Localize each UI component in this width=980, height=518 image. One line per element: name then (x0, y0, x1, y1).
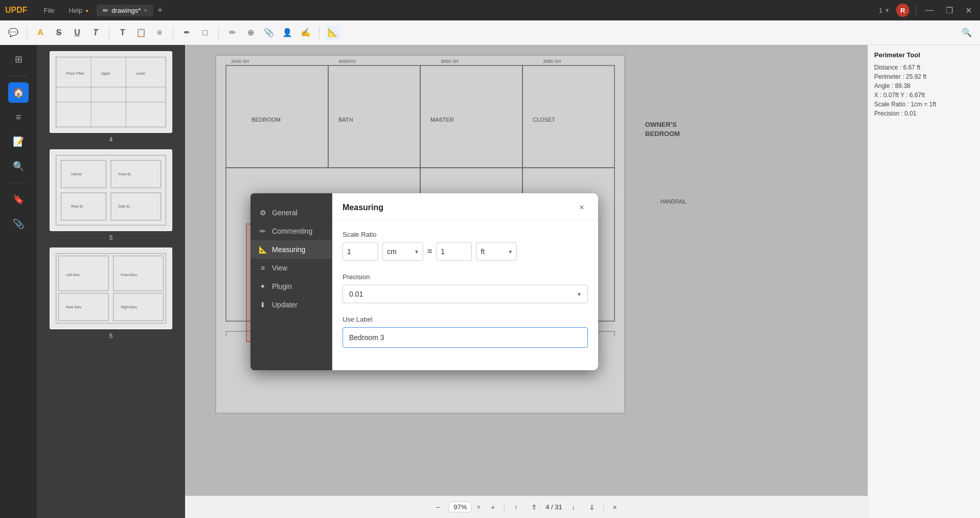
tab-drawings-label: drawings* (111, 7, 141, 14)
scale-ratio-group: Scale Ratio cm mm in ft = (343, 231, 588, 261)
settings-nav-plugin[interactable]: ✦ Plugin (250, 277, 332, 296)
text-callout-icon[interactable]: 📋 (134, 26, 148, 40)
search-icon[interactable]: 🔍 (960, 26, 974, 40)
minimize-button[interactable]: — (922, 6, 937, 15)
svg-text:4050/X0: 4050/X0 (338, 59, 356, 64)
sidebar-paperclip-icon[interactable]: 📎 (8, 214, 29, 234)
nav-up-button[interactable]: ↑ (509, 500, 523, 514)
left-sidebar: ⊞ 🏠 ≡ 📝 🔍 🔖 📎 (0, 45, 37, 518)
thumbnail-5[interactable]: Interior Front El. Rear El. Side El. 5 (43, 149, 179, 241)
thumbnail-6[interactable]: Left Elev. Front Elev. Rear Elev. Right … (43, 247, 179, 340)
thumbnail-4[interactable]: Floor Plan Upper Lower 4 (43, 51, 179, 143)
use-label-input[interactable] (343, 327, 588, 348)
sidebar-thumbnail-icon[interactable]: ⊞ (8, 49, 29, 70)
page-number-display: 1 ▼ (879, 7, 890, 14)
scale-left-unit-wrapper: cm mm in ft (382, 242, 423, 261)
maximize-button[interactable]: ❐ (943, 6, 956, 15)
zoom-arrow[interactable]: ▼ (475, 504, 482, 511)
nav-bottom-button[interactable]: ⇓ (585, 500, 599, 514)
sidebar-search-icon[interactable]: 🔍 (8, 156, 29, 176)
svg-text:Side El.: Side El. (119, 205, 131, 208)
svg-text:3050 SH: 3050 SH (441, 59, 459, 64)
svg-text:Floor Plan: Floor Plan (66, 71, 84, 76)
precision-select[interactable]: 0.01 0.1 1 10 (343, 285, 588, 303)
nav-top-button[interactable]: ⇑ (527, 500, 541, 514)
svg-text:BEDROOM: BEDROOM (252, 117, 281, 123)
scale-left-input[interactable] (343, 242, 378, 261)
tab-file[interactable]: File (38, 5, 61, 16)
measure-icon[interactable]: 📐 (326, 26, 340, 40)
settings-nav-updater-label: Updater (272, 301, 298, 309)
text-align-icon[interactable]: ≡ (152, 26, 167, 40)
svg-text:Front Elev.: Front Elev. (121, 273, 138, 277)
svg-text:Front El.: Front El. (119, 172, 132, 176)
distance-row: Distance : 6.67 ft (874, 64, 974, 71)
scale-ratio-row: cm mm in ft = ft m cm (343, 242, 588, 261)
settings-nav-commenting[interactable]: ✏ Commenting (250, 222, 332, 240)
avatar[interactable]: R (896, 4, 909, 17)
svg-text:Right Elev.: Right Elev. (121, 305, 138, 309)
svg-text:3050 SH: 3050 SH (543, 59, 561, 64)
svg-rect-19 (51, 249, 171, 328)
scale-left-unit-select[interactable]: cm mm in ft (382, 242, 423, 261)
stamp-icon[interactable]: ⊕ (243, 26, 258, 40)
scale-ratio-row: Scale Ratio : 1cm = 1ft (874, 101, 974, 108)
coordinates-row: X : 0.07ft Y : 6.67ft (874, 92, 974, 99)
zoom-in-button[interactable]: + (486, 500, 500, 514)
app-logo: UPDF (5, 6, 28, 15)
measuring-icon: 📐 (259, 245, 267, 254)
zoom-out-button[interactable]: − (430, 500, 445, 514)
attach-icon[interactable]: 📎 (262, 26, 276, 40)
underline-icon[interactable]: U (70, 26, 84, 40)
drawing-tool-icon[interactable]: ✏ (225, 26, 239, 40)
sidebar-bookmark-icon[interactable]: 🔖 (8, 189, 29, 210)
comment-icon[interactable]: 💬 (6, 26, 20, 40)
settings-modal: ⚙ General ✏ Commenting 📐 Measuring ≡ Vie… (250, 193, 598, 370)
viewer-close-button[interactable]: × (608, 500, 622, 514)
sign-icon[interactable]: ✍ (299, 26, 313, 40)
user-icon[interactable]: 👤 (280, 26, 294, 40)
dialog-close-button[interactable]: × (576, 201, 588, 214)
text-icon[interactable]: T (88, 26, 103, 40)
thumb-img-4[interactable]: Floor Plan Upper Lower (50, 51, 172, 133)
tab-add-button[interactable]: + (157, 5, 163, 16)
settings-nav-measuring[interactable]: 📐 Measuring (250, 240, 332, 259)
sidebar-annotation-icon[interactable]: 📝 (8, 131, 29, 152)
settings-nav-updater[interactable]: ⬇ Updater (250, 296, 332, 314)
text-box-icon[interactable]: T (116, 26, 130, 40)
eraser-icon[interactable]: ✒ (179, 26, 194, 40)
precision-row: Precision : 0.01 (874, 110, 974, 117)
window-close-button[interactable]: ✕ (962, 6, 975, 15)
scale-right-unit-select[interactable]: ft m cm in (476, 242, 517, 261)
sidebar-layers-icon[interactable]: ≡ (8, 107, 29, 127)
settings-nav-general[interactable]: ⚙ General (250, 204, 332, 222)
thumbnail-panel: Floor Plan Upper Lower 4 Interior Front … (37, 45, 185, 518)
svg-text:Rear Elev.: Rear Elev. (66, 305, 82, 309)
use-label-group: Use Label (343, 316, 588, 348)
strikethrough-icon[interactable]: S (52, 26, 66, 40)
sidebar-home-icon[interactable]: 🏠 (8, 82, 29, 103)
svg-rect-0 (51, 52, 171, 132)
highlight-icon[interactable]: A (33, 26, 48, 40)
general-icon: ⚙ (259, 209, 267, 217)
tab-drawings[interactable]: ✏ drawings* × (97, 5, 153, 16)
svg-text:OWNER'S: OWNER'S (645, 121, 677, 128)
thumb-label-4: 4 (109, 136, 113, 143)
toolbar-sep-4 (218, 27, 219, 39)
settings-nav-view[interactable]: ≡ View (250, 259, 332, 277)
bottom-sep-1 (504, 502, 505, 512)
thumb-img-6[interactable]: Left Elev. Front Elev. Rear Elev. Right … (50, 247, 172, 329)
svg-text:BEDROOM: BEDROOM (645, 130, 680, 138)
zoom-level[interactable]: 97% (449, 502, 471, 512)
tab-help[interactable]: Help ● (63, 5, 95, 16)
chevron-down-icon[interactable]: ▼ (884, 7, 890, 13)
nav-down-button[interactable]: ↓ (566, 500, 581, 514)
toolbar-sep-3 (173, 27, 173, 39)
tab-close-icon[interactable]: × (144, 7, 147, 13)
thumb-img-5[interactable]: Interior Front El. Rear El. Side El. (50, 149, 172, 231)
shape-icon[interactable]: □ (198, 26, 212, 40)
settings-nav-measuring-label: Measuring (272, 245, 305, 254)
scale-right-input[interactable] (436, 242, 472, 261)
total-pages: 31 (555, 503, 562, 511)
dialog-title: Measuring (343, 203, 383, 212)
